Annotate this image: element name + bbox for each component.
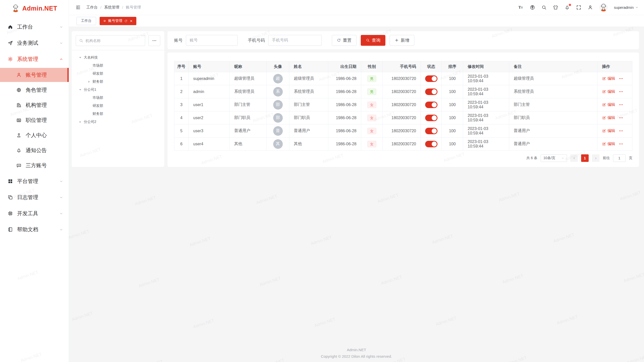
profile-icon[interactable] [588,5,593,10]
tree-node-大名科技[interactable]: 大名科技 [76,54,160,62]
prev-page-button[interactable] [570,154,578,162]
sidebar-subitem-label: 机构管理 [26,102,69,109]
tree-node-label: 财务部 [93,112,103,116]
tree-node-财务部[interactable]: 财务部 [76,110,160,118]
sidebar-item-日志管理[interactable]: 日志管理 [0,190,69,205]
row-more-icon[interactable] [619,76,623,81]
sidebar-subitem-三方账号[interactable]: 三方账号 [0,158,69,172]
status-toggle[interactable] [425,75,437,82]
search-button[interactable]: 查询 [361,35,385,46]
sidebar-subitem-职位管理[interactable]: 职位管理 [0,113,69,127]
column-header-头像: 头像 [267,61,289,72]
sidebar-subitem-个人中心[interactable]: 个人中心 [0,128,69,142]
sidebar-subitem-角色管理[interactable]: 角色管理 [0,83,69,97]
tree-node-财务部[interactable]: 财务部 [76,78,160,86]
edit-button[interactable]: 编辑 [602,76,615,81]
sidebar-item-系统管理[interactable]: 系统管理 [0,52,69,66]
tree-node-市场部[interactable]: 市场部 [76,94,160,102]
cell-nickname: 部门主管 [230,98,267,111]
account-input[interactable] [186,35,238,46]
search-icon[interactable] [541,5,547,10]
chevron-down-icon [561,157,564,160]
cell-birthdate: 1986-06-28 [328,138,361,151]
status-toggle[interactable] [425,128,437,134]
sidebar-item-label: 业务测试 [17,39,55,47]
org-more-button[interactable] [148,35,160,46]
sidebar-item-开发工具[interactable]: 开发工具 [0,206,69,221]
notification-bell-icon[interactable] [565,5,570,10]
cell-account: user4 [189,138,230,151]
column-header-序号: 序号 [174,61,189,72]
breadcrumb-item[interactable]: 系统管理 [104,5,119,10]
tree-node-分公司2[interactable]: 分公司2 [76,118,160,126]
edit-button[interactable]: 编辑 [602,115,615,120]
edit-button[interactable]: 编辑 [602,102,615,107]
column-header-修改时间: 修改时间 [463,61,509,72]
tab-account-management[interactable]: 账号管理 [100,17,136,25]
phone-input[interactable] [268,35,322,46]
svg-text:T: T [518,5,521,9]
menu-fold-icon[interactable] [75,5,81,10]
sidebar-item-平台管理[interactable]: 平台管理 [0,174,69,189]
cell-avatar: 部 [267,111,289,124]
dot-ring-icon [103,19,106,22]
tree-node-研发部[interactable]: 研发部 [76,102,160,110]
theme-shirt-icon[interactable] [553,5,558,10]
brand-logo[interactable]: Admin.NET [0,0,69,17]
row-more-icon[interactable] [619,115,623,120]
user-avatar[interactable] [599,3,608,12]
sidebar-subitem-通知公告[interactable]: 通知公告 [0,143,69,157]
fullscreen-icon[interactable] [576,5,581,10]
row-more-icon[interactable] [619,89,623,94]
page-size-select[interactable]: 10条/页 [541,154,567,162]
edit-label: 编辑 [608,76,615,81]
tree-node-市场部[interactable]: 市场部 [76,62,160,70]
close-icon[interactable] [130,19,133,23]
status-toggle[interactable] [425,115,437,121]
cell-nickname: 普通用户 [230,124,267,138]
row-more-icon[interactable] [619,102,623,107]
status-toggle[interactable] [425,102,437,108]
sidebar-subitem-机构管理[interactable]: 机构管理 [0,98,69,112]
next-page-button[interactable] [592,154,599,162]
cell-name: 部门主管 [289,98,328,111]
sidebar-subitem-账号管理[interactable]: 账号管理 [0,68,69,82]
edit-button[interactable]: 编辑 [602,128,615,133]
cell-status [421,85,442,98]
add-label: 新增 [401,37,409,43]
gender-badge: 女 [367,128,376,134]
sidebar-item-工作台[interactable]: 工作台 [0,20,69,34]
org-search-input[interactable] [86,38,142,43]
cell-status [421,124,442,138]
status-toggle[interactable] [425,141,437,147]
language-icon[interactable] [530,5,535,10]
chat-icon [16,163,22,168]
add-button[interactable]: 新增 [390,35,414,46]
breadcrumb-item[interactable]: 工作台 [86,5,98,10]
sidebar-item-帮助文档[interactable]: 帮助文档 [0,222,69,237]
current-page-button[interactable]: 1 [581,154,589,162]
row-more-icon[interactable] [619,128,623,133]
user-menu[interactable]: superadmin [614,5,638,10]
table-row: 1 superadmin 超级管理员 超 超级管理员 1986-06-28 男 … [174,72,632,85]
status-toggle[interactable] [425,88,437,95]
more-dots-icon [152,38,157,43]
row-more-icon[interactable] [619,142,623,146]
tree-node-分公司1[interactable]: 分公司1 [76,86,160,94]
plus-icon [395,38,399,42]
refresh-icon[interactable] [124,19,128,23]
sidebar-item-业务测试[interactable]: 业务测试 [0,36,69,50]
grid-icon [8,178,13,184]
goto-page-input[interactable] [613,154,626,162]
avatar: 超 [273,74,283,83]
edit-button[interactable]: 编辑 [602,142,615,146]
tree-node-研发部[interactable]: 研发部 [76,70,160,78]
tab-label: 工作台 [81,19,92,23]
gender-badge: 男 [367,88,376,95]
reset-button[interactable]: 重置 [332,35,356,46]
brand-name: Admin.NET [22,5,57,12]
cell-sort: 100 [442,85,463,98]
font-size-icon[interactable]: TT [518,5,524,10]
tab-workbench[interactable]: 工作台 [76,17,96,25]
edit-button[interactable]: 编辑 [602,89,615,94]
